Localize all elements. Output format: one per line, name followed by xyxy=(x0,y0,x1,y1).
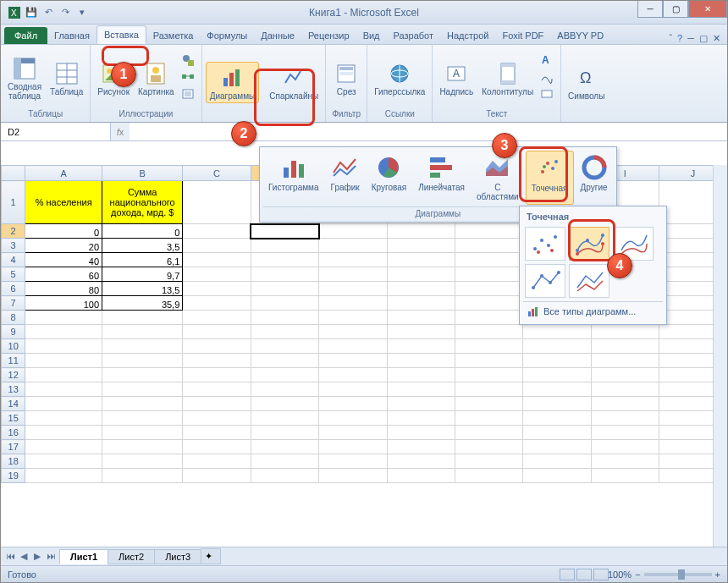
tab-addins[interactable]: Надстрой xyxy=(440,27,495,44)
row-header[interactable]: 11 xyxy=(2,354,25,368)
chart-type-scatter[interactable]: Точечная xyxy=(526,151,574,205)
sheet-nav-first[interactable]: ⏮ xyxy=(4,551,16,562)
row-header[interactable]: 15 xyxy=(2,411,25,426)
row-header[interactable]: 7 xyxy=(2,296,25,311)
maximize-button[interactable]: ▢ xyxy=(663,1,688,18)
cell[interactable]: 13,5 xyxy=(102,282,183,296)
row-header[interactable]: 4 xyxy=(2,253,25,267)
tab-layout[interactable]: Разметка xyxy=(146,27,201,44)
object-icon[interactable] xyxy=(540,87,555,102)
cell[interactable]: 3,5 xyxy=(102,239,183,253)
headerfooter-button[interactable]: Колонтитулы xyxy=(478,58,537,98)
col-header[interactable]: B xyxy=(102,166,183,181)
row-header[interactable]: 18 xyxy=(2,454,25,469)
tab-view[interactable]: Вид xyxy=(356,27,387,44)
name-box[interactable]: D2 xyxy=(1,123,111,140)
tab-file[interactable]: Файл xyxy=(4,27,47,44)
wordart-icon[interactable]: A xyxy=(540,53,555,69)
minimize-ribbon-icon[interactable]: ˆ xyxy=(669,33,672,44)
cell[interactable]: 100 xyxy=(25,296,102,311)
sheet-tab[interactable]: Лист3 xyxy=(154,549,201,564)
help-icon[interactable]: ? xyxy=(677,33,682,44)
row-header[interactable]: 16 xyxy=(2,426,25,440)
active-cell[interactable] xyxy=(251,224,318,239)
row-header[interactable]: 9 xyxy=(2,325,25,339)
smartart-icon[interactable] xyxy=(181,70,196,85)
pivottable-button[interactable]: Сводная таблица xyxy=(4,53,45,102)
cell[interactable]: % населения xyxy=(25,181,102,224)
sheet-nav-last[interactable]: ⏭ xyxy=(45,551,57,562)
sheet-nav-prev[interactable]: ◀ xyxy=(18,551,30,562)
cell[interactable]: 0 xyxy=(25,224,102,239)
chart-type-line[interactable]: График xyxy=(326,151,365,205)
zoom-in-icon[interactable]: + xyxy=(715,569,720,580)
doc-close-icon[interactable]: ✕ xyxy=(713,33,720,44)
symbols-button[interactable]: Ω Символы xyxy=(565,63,608,102)
shapes-icon[interactable] xyxy=(181,53,196,69)
all-chart-types[interactable]: Все типы диаграмм... xyxy=(523,301,663,321)
cell[interactable]: Сумма национального дохода, мрд. $ xyxy=(102,181,183,224)
close-button[interactable]: ✕ xyxy=(688,1,727,18)
view-normal-icon[interactable] xyxy=(560,569,575,580)
charts-button[interactable]: Диаграммы xyxy=(206,62,260,103)
hyperlink-button[interactable]: Гиперссылка xyxy=(371,58,428,98)
tab-home[interactable]: Главная xyxy=(47,27,97,44)
chart-type-area[interactable]: С областями xyxy=(472,151,524,205)
cell[interactable]: 60 xyxy=(25,267,102,282)
doc-restore-icon[interactable]: ▢ xyxy=(699,33,708,44)
view-pagebreak-icon[interactable] xyxy=(593,569,609,580)
tab-insert[interactable]: Вставка xyxy=(97,25,146,44)
row-header[interactable]: 19 xyxy=(2,469,25,483)
row-header[interactable]: 2 xyxy=(2,224,25,239)
tab-data[interactable]: Данные xyxy=(254,27,301,44)
row-header[interactable]: 3 xyxy=(2,239,25,253)
cell[interactable]: 9,7 xyxy=(102,267,183,282)
new-sheet-tab[interactable]: ✦ xyxy=(201,548,221,564)
screenshot-icon[interactable] xyxy=(181,87,196,102)
zoom-slider[interactable] xyxy=(644,573,712,576)
scatter-smooth-markers[interactable] xyxy=(569,227,609,261)
doc-min-icon[interactable]: ─ xyxy=(687,33,694,44)
textbox-button[interactable]: A Надпись xyxy=(436,58,477,98)
row-header[interactable]: 13 xyxy=(2,382,25,397)
cell[interactable]: 6,1 xyxy=(102,253,183,267)
tab-formulas[interactable]: Формулы xyxy=(200,27,254,44)
sheet-tab[interactable]: Лист2 xyxy=(108,549,155,564)
tab-review[interactable]: Рецензир xyxy=(301,27,356,44)
row-header[interactable]: 14 xyxy=(2,397,25,411)
chart-type-pie[interactable]: Круговая xyxy=(367,151,411,205)
undo-icon[interactable]: ↶ xyxy=(41,6,55,19)
cell[interactable]: 40 xyxy=(25,253,102,267)
row-header[interactable]: 6 xyxy=(2,282,25,296)
row-header[interactable]: 12 xyxy=(2,368,25,382)
row-header[interactable]: 10 xyxy=(2,339,25,354)
row-header[interactable]: 8 xyxy=(2,311,25,325)
table-button[interactable]: Таблица xyxy=(47,58,86,98)
sheet-nav-next[interactable]: ▶ xyxy=(31,551,43,562)
fx-icon[interactable]: fx xyxy=(111,123,130,140)
clipart-button[interactable]: Картинка xyxy=(135,58,178,98)
col-header[interactable]: C xyxy=(183,166,251,181)
view-layout-icon[interactable] xyxy=(576,569,592,580)
scatter-straight-markers[interactable] xyxy=(525,264,565,298)
save-icon[interactable]: 💾 xyxy=(25,6,38,19)
slicer-button[interactable]: Срез xyxy=(329,58,363,98)
zoom-out-icon[interactable]: − xyxy=(635,569,640,580)
chart-type-bar[interactable]: Линейчатая xyxy=(413,151,470,205)
minimize-button[interactable]: ─ xyxy=(637,1,663,18)
chart-type-column[interactable]: Гистограмма xyxy=(263,151,324,205)
row-header[interactable]: 17 xyxy=(2,440,25,454)
sheet-tab[interactable]: Лист1 xyxy=(59,549,108,564)
tab-developer[interactable]: Разработ xyxy=(387,27,440,44)
tab-foxit[interactable]: Foxit PDF xyxy=(495,27,550,44)
tab-abbyy[interactable]: ABBYY PD xyxy=(550,27,610,44)
row-header[interactable]: 1 xyxy=(2,181,25,224)
col-header[interactable]: A xyxy=(25,166,102,181)
sparklines-button[interactable]: Спарклайны xyxy=(266,63,322,102)
cell[interactable]: 35,9 xyxy=(102,296,183,311)
cell[interactable]: 0 xyxy=(102,224,183,239)
scatter-straight-lines[interactable] xyxy=(569,264,609,298)
chart-type-other[interactable]: Другие xyxy=(576,151,613,205)
cell[interactable]: 20 xyxy=(25,239,102,253)
redo-icon[interactable]: ↷ xyxy=(58,6,72,19)
